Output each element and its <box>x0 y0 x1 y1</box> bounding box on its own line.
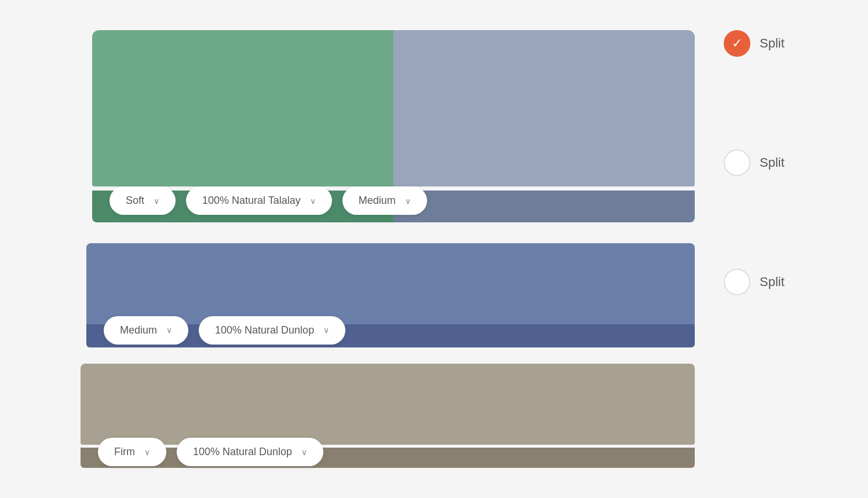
bot-layer-feel-value: Firm <box>114 446 135 458</box>
bot-layer-surface <box>81 364 695 445</box>
mattress-configurator: Soft ∨ 100% Natural Talalay ∨ Medium ∨ <box>46 7 822 491</box>
mid-split-option[interactable]: Split <box>724 149 785 176</box>
top-split-label: Split <box>760 36 785 51</box>
chevron-down-icon: ∨ <box>323 325 329 335</box>
chevron-down-icon: ∨ <box>144 448 150 457</box>
mid-layer-feel-value: Medium <box>120 324 157 336</box>
mid-layer-feel-dropdown[interactable]: Medium ∨ <box>104 316 188 345</box>
mid-split-label: Split <box>760 155 785 170</box>
bot-layer-material-value: 100% Natural Dunlop <box>193 446 292 458</box>
top-layer-surface <box>92 30 695 186</box>
top-layer-right-feel-dropdown[interactable]: Medium ∨ <box>342 186 427 215</box>
mid-layer-controls: Medium ∨ 100% Natural Dunlop ∨ <box>86 313 695 347</box>
top-layer-feel-value: Soft <box>126 195 144 207</box>
top-split-option[interactable]: ✓ Split <box>724 30 785 57</box>
chevron-down-icon: ∨ <box>154 196 159 206</box>
mid-layer-visual: Medium ∨ 100% Natural Dunlop ∨ <box>81 243 695 359</box>
middle-layer-wrapper: Medium ∨ 100% Natural Dunlop ∨ <box>81 243 695 359</box>
bot-layer-controls: Firm ∨ 100% Natural Dunlop ∨ <box>81 436 695 468</box>
top-layer-left-half <box>92 30 393 186</box>
chevron-down-icon: ∨ <box>405 196 411 206</box>
bot-layer-material-dropdown[interactable]: 100% Natural Dunlop ∨ <box>177 438 323 466</box>
bot-layer-visual: Firm ∨ 100% Natural Dunlop ∨ <box>81 364 695 468</box>
chevron-down-icon: ∨ <box>166 325 172 335</box>
top-layer-material-dropdown[interactable]: 100% Natural Talalay ∨ <box>186 186 332 215</box>
top-layer-visual: Soft ∨ 100% Natural Talalay ∨ Medium ∨ <box>81 30 695 239</box>
bottom-layer-wrapper: Firm ∨ 100% Natural Dunlop ∨ <box>81 364 695 468</box>
top-layer-material-value: 100% Natural Talalay <box>202 195 301 207</box>
top-layer-controls: Soft ∨ 100% Natural Talalay ∨ Medium ∨ <box>92 179 695 222</box>
layers-and-options: Soft ∨ 100% Natural Talalay ∨ Medium ∨ <box>81 30 787 468</box>
chevron-down-icon: ∨ <box>301 448 307 457</box>
check-icon: ✓ <box>732 36 742 51</box>
chevron-down-icon: ∨ <box>310 196 316 206</box>
mid-layer-material-dropdown[interactable]: 100% Natural Dunlop ∨ <box>199 316 345 345</box>
top-split-toggle[interactable]: ✓ <box>724 30 750 57</box>
top-layer-feel-dropdown[interactable]: Soft ∨ <box>110 186 176 215</box>
mid-layer-material-value: 100% Natural Dunlop <box>215 324 314 336</box>
bot-split-toggle[interactable] <box>724 269 750 295</box>
top-layer-wrapper: Soft ∨ 100% Natural Talalay ∨ Medium ∨ <box>81 30 695 239</box>
mid-split-toggle[interactable] <box>724 149 750 176</box>
top-layer-right-feel-value: Medium <box>359 195 396 207</box>
layers-stack: Soft ∨ 100% Natural Talalay ∨ Medium ∨ <box>81 30 695 468</box>
top-layer-right-half <box>393 30 695 186</box>
split-options-panel: ✓ Split Split Split <box>712 30 787 295</box>
bot-layer-feel-dropdown[interactable]: Firm ∨ <box>98 438 166 466</box>
bot-split-label: Split <box>760 274 785 290</box>
bot-split-option[interactable]: Split <box>724 269 785 295</box>
